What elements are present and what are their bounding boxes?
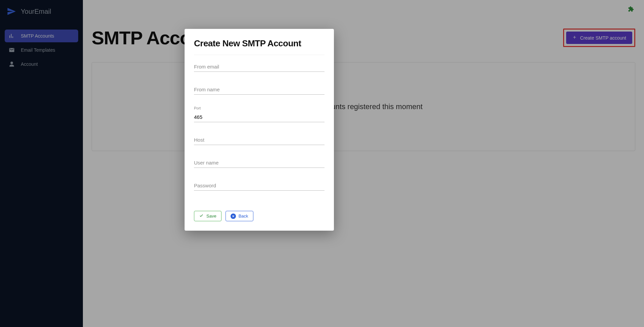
back-button[interactable]: Back: [226, 211, 253, 221]
close-circle-icon: [231, 214, 236, 219]
user-name-input[interactable]: [194, 158, 325, 168]
modal-actions: Save Back: [194, 211, 325, 221]
password-field-wrap: [194, 181, 325, 191]
from-name-field-wrap: [194, 85, 325, 95]
save-button[interactable]: Save: [194, 211, 221, 221]
password-input[interactable]: [194, 181, 325, 190]
host-input[interactable]: [194, 135, 325, 145]
check-icon: [199, 213, 204, 219]
from-name-input[interactable]: [194, 85, 325, 94]
save-button-label: Save: [206, 214, 216, 219]
port-field-wrap: Port: [194, 107, 325, 122]
user-name-field-wrap: [194, 158, 325, 168]
from-email-input[interactable]: [194, 62, 325, 72]
create-smtp-modal: Create New SMTP Account Port Save Back: [185, 29, 334, 231]
port-input[interactable]: [194, 112, 325, 122]
port-label: Port: [194, 106, 201, 110]
host-field-wrap: [194, 135, 325, 145]
back-button-label: Back: [239, 214, 248, 219]
modal-title: Create New SMTP Account: [194, 38, 325, 55]
from-email-field-wrap: [194, 62, 325, 72]
